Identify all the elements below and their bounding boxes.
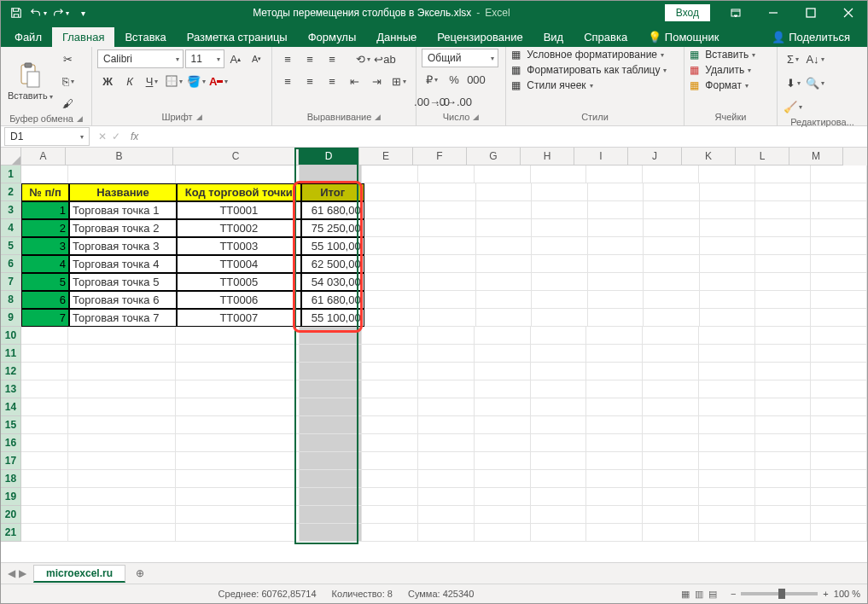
cell-D16[interactable] [300, 434, 362, 452]
cell-L11[interactable] [755, 345, 812, 363]
cell-C16[interactable] [176, 434, 300, 452]
bold-icon[interactable]: Ж [97, 71, 118, 91]
col-header-L[interactable]: L [736, 148, 789, 166]
cell-F1[interactable] [418, 166, 475, 183]
cell-G16[interactable] [475, 434, 531, 452]
fill-icon[interactable]: ⬇▾ [783, 73, 803, 93]
cell-D13[interactable] [300, 380, 362, 398]
cell-L6[interactable] [755, 255, 811, 273]
row-header-16[interactable]: 16 [1, 434, 21, 452]
cell-B1[interactable] [68, 166, 175, 183]
cell-L4[interactable] [755, 219, 811, 237]
cell-F6[interactable] [420, 255, 475, 273]
cell-F7[interactable] [420, 273, 475, 291]
tab-review[interactable]: Рецензирование [427, 27, 533, 47]
cell-B15[interactable] [68, 416, 175, 434]
tab-home[interactable]: Главная [52, 27, 114, 47]
format-cells-button[interactable]: ▦ Формат▾ [690, 79, 749, 91]
col-header-F[interactable]: F [413, 148, 467, 166]
cell-F20[interactable] [418, 506, 475, 524]
cell-A4[interactable]: 2 [21, 219, 69, 237]
cell-F13[interactable] [418, 380, 475, 398]
align-bottom-icon[interactable]: ≡ [322, 49, 342, 69]
cell-L21[interactable] [755, 524, 812, 542]
cell-C1[interactable] [176, 166, 300, 183]
percent-icon[interactable]: % [444, 69, 464, 90]
cell-G2[interactable] [476, 183, 532, 201]
cell-G12[interactable] [475, 363, 531, 380]
cell-B11[interactable] [68, 345, 175, 363]
qat-customize-icon[interactable]: ▾ [73, 3, 93, 23]
cell-C5[interactable]: ТТ0003 [177, 237, 301, 255]
cell-B19[interactable] [68, 488, 175, 506]
tab-tellme[interactable]: 💡 Помощник [638, 27, 729, 47]
align-top-icon[interactable]: ≡ [277, 49, 298, 69]
cell-C18[interactable] [176, 470, 300, 488]
cell-J2[interactable] [644, 183, 699, 201]
cell-D19[interactable] [300, 488, 362, 506]
cell-K7[interactable] [700, 273, 755, 291]
cell-L18[interactable] [755, 470, 812, 488]
cell-F4[interactable] [420, 219, 475, 237]
copy-icon[interactable]: ⎘▾ [58, 71, 79, 91]
cell-B9[interactable]: Торговая точка 7 [69, 309, 177, 327]
cell-J21[interactable] [643, 524, 699, 542]
cell-F10[interactable] [418, 327, 475, 345]
cell-B3[interactable]: Торговая точка 1 [69, 201, 177, 219]
cell-M11[interactable] [811, 345, 867, 363]
cell-K17[interactable] [699, 452, 755, 470]
dialog-launcher-icon[interactable]: ◢ [375, 113, 381, 121]
cell-M6[interactable] [811, 255, 866, 273]
cell-D6[interactable]: 62 500,00 [301, 255, 364, 273]
row-header-12[interactable]: 12 [1, 363, 21, 380]
cell-H14[interactable] [531, 398, 587, 416]
cell-L15[interactable] [755, 416, 812, 434]
cell-F15[interactable] [418, 416, 475, 434]
cell-K16[interactable] [699, 434, 755, 452]
cell-F14[interactable] [418, 398, 475, 416]
cell-I21[interactable] [586, 524, 643, 542]
cell-H3[interactable] [532, 201, 587, 219]
cell-K8[interactable] [700, 291, 755, 309]
sheet-tab[interactable]: microexcel.ru [33, 565, 125, 583]
col-header-A[interactable]: A [21, 148, 66, 166]
cell-G11[interactable] [475, 345, 531, 363]
cell-G5[interactable] [476, 237, 532, 255]
cell-L1[interactable] [755, 166, 812, 183]
tab-help[interactable]: Справка [574, 27, 638, 47]
row-header-10[interactable]: 10 [1, 327, 21, 345]
cell-J8[interactable] [644, 291, 699, 309]
cell-H16[interactable] [531, 434, 587, 452]
cell-E14[interactable] [362, 398, 418, 416]
cell-F16[interactable] [418, 434, 475, 452]
cell-E2[interactable] [364, 183, 420, 201]
col-header-E[interactable]: E [359, 148, 413, 166]
zoom-out-icon[interactable]: − [731, 589, 736, 599]
cell-G18[interactable] [475, 470, 531, 488]
cell-B4[interactable]: Торговая точка 2 [69, 219, 177, 237]
cell-C11[interactable] [176, 345, 300, 363]
cell-H18[interactable] [531, 470, 587, 488]
tab-data[interactable]: Данные [366, 27, 427, 47]
cell-E1[interactable] [362, 166, 418, 183]
cell-H12[interactable] [531, 363, 587, 380]
tab-insert[interactable]: Вставка [114, 27, 176, 47]
cell-D18[interactable] [300, 470, 362, 488]
cell-L7[interactable] [755, 273, 811, 291]
cell-B2[interactable]: Название [69, 183, 177, 201]
cell-B12[interactable] [68, 363, 175, 380]
sort-filter-icon[interactable]: A↓▾ [805, 49, 825, 69]
save-icon[interactable] [6, 3, 26, 23]
cell-L9[interactable] [755, 309, 811, 327]
cell-I12[interactable] [586, 363, 643, 380]
cell-J16[interactable] [643, 434, 699, 452]
col-header-J[interactable]: J [628, 148, 682, 166]
cell-K13[interactable] [699, 380, 755, 398]
cell-K21[interactable] [699, 524, 755, 542]
cell-I20[interactable] [586, 506, 643, 524]
row-header-17[interactable]: 17 [1, 452, 21, 470]
cell-K10[interactable] [699, 327, 755, 345]
cell-C20[interactable] [176, 506, 300, 524]
cell-I5[interactable] [588, 237, 644, 255]
cell-C17[interactable] [176, 452, 300, 470]
